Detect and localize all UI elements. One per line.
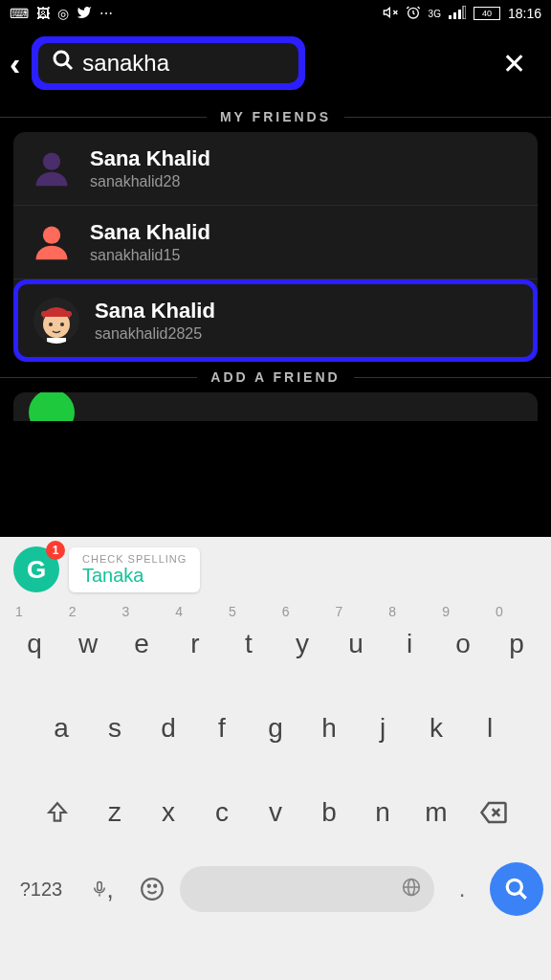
svg-point-7 bbox=[55, 52, 68, 65]
svg-point-20 bbox=[148, 885, 150, 887]
key-t[interactable]: t bbox=[224, 617, 274, 671]
friend-item[interactable]: Sana Khalid sanakhalid15 bbox=[13, 206, 538, 279]
svg-point-21 bbox=[154, 885, 156, 887]
clock: 18:16 bbox=[508, 6, 541, 21]
key-n[interactable]: n bbox=[358, 786, 408, 839]
key-w[interactable]: w bbox=[63, 617, 113, 671]
status-bar: ⌨ 🖼 ◎ ⋯ 3G 40 18:16 bbox=[0, 0, 551, 27]
key-z[interactable]: z bbox=[90, 786, 140, 839]
shift-key[interactable] bbox=[29, 786, 86, 839]
more-status-icon: ⋯ bbox=[99, 6, 113, 21]
key-a[interactable]: a bbox=[36, 702, 86, 755]
key-row-bottom: ?123 , . bbox=[0, 839, 551, 927]
svg-rect-5 bbox=[458, 10, 461, 19]
key-d[interactable]: d bbox=[143, 702, 193, 755]
friends-list: Sana Khalid sanakhalid28 Sana Khalid san… bbox=[13, 132, 538, 362]
spelling-label: CHECK SPELLING bbox=[82, 553, 187, 565]
globe-icon[interactable] bbox=[402, 878, 421, 902]
key-u[interactable]: u bbox=[331, 617, 381, 671]
emoji-key[interactable] bbox=[130, 862, 174, 916]
friend-item-selected[interactable]: Sana Khalid sanakhalid2825 bbox=[13, 279, 538, 362]
key-g[interactable]: g bbox=[251, 702, 300, 755]
back-button[interactable]: ‹ bbox=[4, 45, 26, 82]
key-v[interactable]: v bbox=[251, 786, 300, 839]
svg-rect-15 bbox=[47, 338, 66, 344]
avatar-bitmoji bbox=[33, 298, 79, 344]
key-row-2: a s d f g h j k l bbox=[0, 702, 551, 755]
network-label: 3G bbox=[429, 9, 441, 19]
battery-icon: 40 bbox=[474, 7, 500, 20]
status-right: 3G 40 18:16 bbox=[383, 5, 541, 23]
search-enter-key[interactable] bbox=[490, 862, 543, 916]
section-add-friend: ADD A FRIEND bbox=[0, 369, 551, 385]
number-hint-row: 1234567890 bbox=[0, 598, 551, 619]
keyboard-status-icon: ⌨ bbox=[10, 6, 29, 21]
svg-point-13 bbox=[49, 323, 53, 326]
svg-point-19 bbox=[142, 879, 163, 900]
key-r[interactable]: r bbox=[170, 617, 220, 671]
add-friend-item[interactable] bbox=[13, 392, 538, 421]
avatar bbox=[29, 392, 75, 421]
add-friend-list bbox=[13, 392, 538, 421]
friend-item[interactable]: Sana Khalid sanakhalid28 bbox=[13, 132, 538, 206]
key-m[interactable]: m bbox=[411, 786, 461, 839]
alarm-icon bbox=[406, 5, 421, 23]
spacebar[interactable] bbox=[180, 866, 434, 912]
svg-rect-6 bbox=[463, 6, 466, 19]
friend-username: sanakhalid28 bbox=[90, 173, 210, 190]
avatar bbox=[29, 145, 75, 191]
svg-point-10 bbox=[43, 227, 60, 244]
picture-status-icon: 🖼 bbox=[36, 6, 50, 21]
section-my-friends: MY FRIENDS bbox=[0, 109, 551, 124]
friend-name: Sana Khalid bbox=[90, 146, 210, 171]
key-k[interactable]: k bbox=[411, 702, 461, 755]
svg-rect-18 bbox=[98, 882, 102, 891]
mute-icon bbox=[383, 5, 398, 23]
spelling-word: Tanaka bbox=[82, 565, 187, 587]
symbols-key[interactable]: ?123 bbox=[8, 862, 75, 916]
key-q[interactable]: q bbox=[10, 617, 59, 671]
grammarly-icon[interactable]: G 1 bbox=[13, 546, 59, 592]
avatar bbox=[29, 219, 75, 265]
key-o[interactable]: o bbox=[438, 617, 488, 671]
search-input[interactable] bbox=[82, 50, 368, 77]
key-x[interactable]: x bbox=[143, 786, 193, 839]
friend-name: Sana Khalid bbox=[95, 299, 215, 323]
period-key[interactable]: . bbox=[440, 862, 484, 916]
key-y[interactable]: y bbox=[277, 617, 327, 671]
key-row-1: q w e r t y u i o p bbox=[0, 617, 551, 671]
key-row-3: z x c v b n m bbox=[0, 786, 551, 839]
key-b[interactable]: b bbox=[304, 786, 354, 839]
key-j[interactable]: j bbox=[358, 702, 408, 755]
signal-icon bbox=[449, 6, 466, 22]
sync-status-icon: ◎ bbox=[57, 6, 69, 21]
key-p[interactable]: p bbox=[492, 617, 541, 671]
key-e[interactable]: e bbox=[117, 617, 166, 671]
svg-line-8 bbox=[66, 63, 72, 69]
search-header: ‹ ✕ bbox=[0, 27, 551, 105]
close-button[interactable]: ✕ bbox=[493, 43, 536, 84]
svg-point-9 bbox=[43, 153, 60, 170]
backspace-key[interactable] bbox=[465, 786, 522, 839]
spelling-suggestion[interactable]: CHECK SPELLING Tanaka bbox=[69, 547, 200, 592]
key-h[interactable]: h bbox=[304, 702, 354, 755]
friend-name: Sana Khalid bbox=[90, 220, 210, 245]
mic-key[interactable]: , bbox=[80, 862, 124, 916]
key-c[interactable]: c bbox=[197, 786, 247, 839]
search-highlight bbox=[32, 36, 305, 90]
search-box[interactable] bbox=[38, 43, 298, 83]
svg-line-26 bbox=[519, 892, 526, 899]
friend-username: sanakhalid2825 bbox=[95, 325, 215, 343]
key-s[interactable]: s bbox=[90, 702, 140, 755]
key-f[interactable]: f bbox=[197, 702, 247, 755]
key-i[interactable]: i bbox=[385, 617, 434, 671]
status-left: ⌨ 🖼 ◎ ⋯ bbox=[10, 5, 113, 23]
svg-rect-3 bbox=[449, 15, 452, 19]
svg-point-14 bbox=[60, 323, 64, 326]
keyboard: G 1 CHECK SPELLING Tanaka 1234567890 q w… bbox=[0, 537, 551, 980]
svg-point-25 bbox=[507, 880, 521, 894]
svg-rect-12 bbox=[41, 311, 72, 317]
key-l[interactable]: l bbox=[465, 702, 515, 755]
search-icon bbox=[52, 49, 75, 78]
twitter-status-icon bbox=[77, 5, 92, 23]
